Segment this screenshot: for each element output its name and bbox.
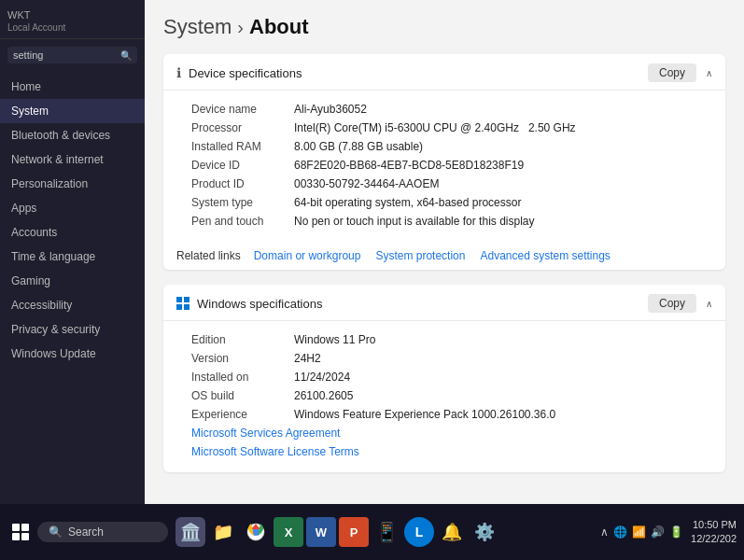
sidebar-item-accounts[interactable]: Accounts: [0, 220, 145, 245]
device-specs-title-row: ℹ Device specifications: [176, 65, 302, 80]
taskbar: 🔍 Search 🏛️ 📁 X W P 📱 L 🔔 ⚙️ ∧ 🌐 📶 🔊: [0, 504, 744, 560]
device-specs-card: ℹ Device specifications Copy ∧ Device na…: [163, 54, 725, 270]
sidebar-search-input[interactable]: [13, 49, 119, 61]
spec-row-ms-services: Microsoft Services Agreement: [191, 424, 712, 442]
spec-label-ram: Installed RAM: [191, 140, 294, 153]
spec-value-installed-on: 11/24/2024: [294, 371, 712, 384]
sidebar-item-update[interactable]: Windows Update: [0, 342, 145, 366]
windows-logo-icon: [176, 297, 190, 310]
spec-value-pen-touch: No pen or touch input is available for t…: [294, 215, 712, 228]
spec-label-edition: Edition: [191, 333, 294, 346]
spec-row-system-type: System type 64-bit operating system, x64…: [191, 193, 712, 212]
related-link-domain[interactable]: Domain or workgroup: [248, 249, 367, 262]
device-specs-collapse-icon[interactable]: ∧: [706, 68, 712, 78]
spec-row-installed-on: Installed on 11/24/2024: [191, 368, 712, 386]
spec-row-ms-license: Microsoft Software License Terms: [191, 442, 712, 461]
ms-license-link[interactable]: Microsoft Software License Terms: [191, 445, 359, 458]
sidebar-item-accessibility[interactable]: Accessibility: [0, 293, 145, 317]
spec-row-pen-touch: Pen and touch No pen or touch input is a…: [191, 212, 712, 231]
windows-specs-title: Windows specifications: [197, 297, 322, 311]
spec-label-product-id: Product ID: [191, 177, 294, 190]
windows-specs-copy-button[interactable]: Copy: [648, 294, 696, 313]
sidebar: WKT Local Account 🔍 Home System Bluetoot…: [0, 0, 145, 504]
sidebar-item-apps[interactable]: Apps: [0, 196, 145, 220]
taskbar-app-lens[interactable]: L: [404, 517, 434, 547]
windows-specs-title-row: Windows specifications: [176, 297, 322, 311]
main-content: System › About ℹ Device specifications C…: [145, 0, 744, 504]
spec-row-device-name: Device name Ali-Ayub36052: [191, 100, 712, 119]
taskbar-app-city[interactable]: 🏛️: [175, 517, 205, 547]
taskbar-app-notification[interactable]: 🔔: [437, 517, 467, 547]
taskbar-network-icon: 🌐: [613, 525, 627, 539]
taskbar-search-box[interactable]: 🔍 Search: [37, 522, 168, 542]
related-link-advanced-settings[interactable]: Advanced system settings: [474, 249, 615, 262]
taskbar-wifi-icon: 📶: [632, 525, 646, 539]
windows-specs-collapse-icon[interactable]: ∧: [706, 299, 712, 309]
spec-label-pen-touch: Pen and touch: [191, 215, 294, 228]
spec-value-version: 24H2: [294, 352, 712, 365]
spec-row-experience: Experience Windows Feature Experience Pa…: [191, 405, 712, 424]
spec-label-device-name: Device name: [191, 103, 294, 116]
sidebar-item-personalization[interactable]: Personalization: [0, 172, 145, 196]
spec-value-edition: Windows 11 Pro: [294, 333, 712, 346]
taskbar-app-icons: 🏛️ 📁 X W P 📱 L 🔔 ⚙️: [175, 517, 499, 547]
device-specs-body: Device name Ali-Ayub36052 Processor Inte…: [163, 91, 725, 242]
sidebar-item-network[interactable]: Network & internet: [0, 147, 145, 172]
windows-specs-card: Windows specifications Copy ∧ Edition Wi…: [163, 285, 725, 472]
sidebar-item-gaming[interactable]: Gaming: [0, 269, 145, 293]
spec-value-device-name: Ali-Ayub36052: [294, 103, 712, 116]
related-links: Related links Domain or workgroup System…: [163, 242, 725, 270]
taskbar-battery-icon: 🔋: [669, 525, 683, 539]
taskbar-app-files[interactable]: 📁: [208, 517, 238, 547]
info-icon: ℹ: [176, 65, 181, 80]
taskbar-app-word[interactable]: W: [306, 517, 336, 547]
sidebar-item-time[interactable]: Time & language: [0, 245, 145, 269]
taskbar-app-security[interactable]: ⚙️: [470, 517, 499, 547]
sidebar-item-bluetooth[interactable]: Bluetooth & devices: [0, 123, 145, 147]
spec-label-system-type: System type: [191, 196, 294, 209]
sidebar-username: WKT: [7, 9, 137, 21]
taskbar-clock[interactable]: 10:50 PM 12/22/202: [691, 518, 737, 547]
taskbar-app-whatsapp[interactable]: 📱: [372, 517, 401, 547]
spec-value-device-id: 68F2E020-BB68-4EB7-BCD8-5E8D18238F19: [294, 159, 712, 172]
device-specs-copy-button[interactable]: Copy: [648, 63, 696, 82]
taskbar-date-display: 12/22/202: [691, 532, 737, 546]
spec-label-installed-on: Installed on: [191, 371, 294, 384]
spec-value-product-id: 00330-50792-34464-AAOEM: [294, 177, 712, 190]
spec-row-version: Version 24H2: [191, 349, 712, 368]
start-button[interactable]: [7, 519, 34, 545]
device-specs-header: ℹ Device specifications Copy ∧: [163, 54, 725, 91]
breadcrumb-current: About: [249, 15, 309, 39]
spec-row-edition: Edition Windows 11 Pro: [191, 330, 712, 349]
spec-label-experience: Experience: [191, 408, 294, 421]
taskbar-right: ∧ 🌐 📶 🔊 🔋 10:50 PM 12/22/202: [600, 518, 737, 547]
sidebar-search-box[interactable]: 🔍: [7, 47, 137, 63]
taskbar-volume-icon: 🔊: [651, 525, 665, 539]
spec-label-version: Version: [191, 352, 294, 365]
taskbar-app-powerpoint[interactable]: P: [339, 517, 369, 547]
taskbar-time-display: 10:50 PM: [691, 518, 737, 532]
spec-row-processor: Processor Intel(R) Core(TM) i5-6300U CPU…: [191, 119, 712, 137]
spec-value-processor: Intel(R) Core(TM) i5-6300U CPU @ 2.40GHz…: [294, 121, 712, 134]
taskbar-system-icons: ∧ 🌐 📶 🔊 🔋: [600, 525, 683, 539]
breadcrumb: System › About: [163, 15, 725, 39]
device-specs-title: Device specifications: [189, 66, 302, 80]
spec-label-device-id: Device ID: [191, 159, 294, 172]
breadcrumb-parent: System: [163, 15, 232, 39]
taskbar-app-excel[interactable]: X: [274, 517, 303, 547]
taskbar-app-chrome[interactable]: [241, 517, 271, 547]
taskbar-chevron-icon[interactable]: ∧: [600, 525, 609, 539]
ms-services-link[interactable]: Microsoft Services Agreement: [191, 427, 340, 440]
spec-row-ram: Installed RAM 8.00 GB (7.88 GB usable): [191, 137, 712, 156]
spec-label-os-build: OS build: [191, 389, 294, 402]
windows-start-icon: [12, 524, 29, 540]
related-link-system-protection[interactable]: System protection: [370, 249, 470, 262]
search-icon: 🔍: [120, 50, 132, 61]
windows-specs-body: Edition Windows 11 Pro Version 24H2 Inst…: [163, 321, 725, 472]
sidebar-item-system[interactable]: System: [0, 99, 145, 123]
sidebar-item-privacy[interactable]: Privacy & security: [0, 317, 145, 342]
taskbar-search-label: Search: [68, 525, 104, 539]
spec-value-os-build: 26100.2605: [294, 389, 712, 402]
sidebar-item-home[interactable]: Home: [0, 75, 145, 99]
spec-row-device-id: Device ID 68F2E020-BB68-4EB7-BCD8-5E8D18…: [191, 156, 712, 175]
